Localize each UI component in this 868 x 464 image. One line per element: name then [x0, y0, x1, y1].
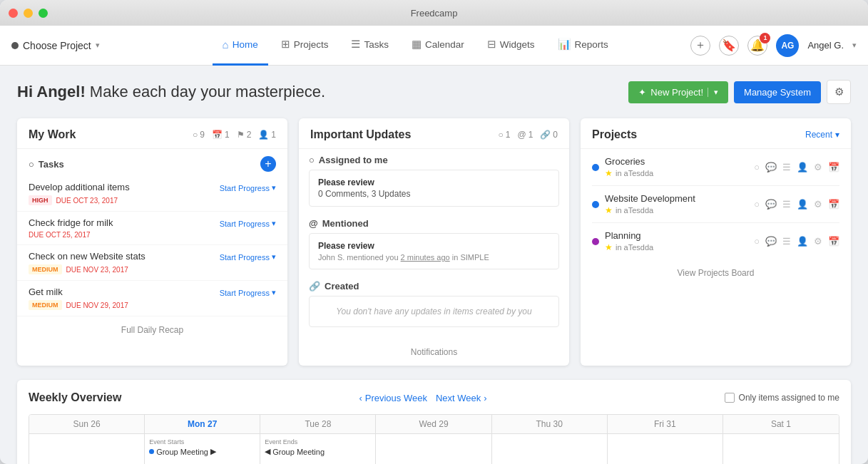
important-updates-card: Important Updates ○ 1 @ 1 🔗 0 ○ Assigned…	[299, 118, 569, 366]
mentioned-box-title: Please review	[318, 241, 550, 251]
my-work-header: My Work ○ 9 📅 1 ⚑ 2 👤 1	[17, 118, 287, 149]
nav-item-tasks[interactable]: ☰ Tasks	[341, 26, 399, 66]
calendar-action-icon[interactable]: 📅	[828, 162, 839, 172]
settings-action-icon[interactable]: ⚙	[814, 199, 822, 210]
nav-label-home: Home	[233, 39, 258, 50]
nav-item-reports[interactable]: 📊 Reports	[548, 26, 618, 66]
mentioned-title: @ Mentioned	[309, 212, 559, 233]
project-actions: ○ 💬 ☰ 👤 ⚙ 📅	[754, 199, 839, 210]
page-header: Hi Angel! Make each day your masterpiece…	[17, 80, 851, 104]
link-count: 🔗 0	[540, 130, 558, 140]
assigned-box: Please review 0 Comments, 3 Updates	[309, 170, 559, 207]
avatar[interactable]: AG	[776, 34, 799, 57]
new-project-button[interactable]: ✦ New Project! ▾	[628, 81, 728, 103]
start-progress-button[interactable]: Start Progress ▾	[220, 217, 276, 228]
calendar-action-icon[interactable]: 📅	[828, 236, 839, 247]
task-action-icon[interactable]: ○	[754, 236, 760, 247]
settings-action-icon[interactable]: ⚙	[814, 236, 822, 247]
manage-system-button[interactable]: Manage System	[734, 81, 821, 103]
settings-action-icon[interactable]: ⚙	[814, 162, 822, 172]
user-action-icon[interactable]: 👤	[797, 162, 808, 172]
list-action-icon[interactable]: ☰	[782, 236, 791, 247]
due-date: DUE NOV 23, 2017	[66, 266, 128, 274]
close-button[interactable]	[9, 9, 18, 18]
add-button[interactable]: ＋	[690, 36, 710, 56]
task-meta: DUE OCT 25, 2017	[29, 231, 220, 239]
weekly-col-mon: Mon 27 Event Starts Group Meeting ▶	[145, 415, 260, 464]
nav-right-actions: ＋ 🔖 🔔 1 AG Angel G. ▾	[690, 34, 857, 57]
user-action-icon[interactable]: 👤	[797, 236, 808, 247]
user-count: 👤 1	[258, 130, 276, 140]
weekly-grid: Sun 26 Mon 27 Event Starts Group Meeting…	[29, 414, 839, 464]
notifications-button[interactable]: 🔔 1	[747, 36, 767, 56]
user-action-icon[interactable]: 👤	[797, 199, 808, 210]
navbar: Choose Project ▾ ⌂ Home ⊞ Projects ☰ Tas…	[0, 26, 868, 66]
list-action-icon[interactable]: ☰	[782, 162, 791, 172]
recent-dropdown[interactable]: Recent ▾	[805, 130, 839, 140]
nav-item-calendar[interactable]: ▦ Calendar	[402, 26, 474, 66]
day-body-tue: Event Ends ◀ Group Meeting	[260, 434, 375, 464]
start-progress-button[interactable]: Start Progress ▾	[220, 287, 276, 297]
prev-week-button[interactable]: ‹ Previous Week	[359, 393, 427, 403]
window-controls	[9, 9, 48, 18]
mention-time-link[interactable]: 2 minutes ago	[401, 253, 450, 262]
nav-item-projects[interactable]: ⊞ Projects	[271, 26, 339, 66]
choose-project-button[interactable]: Choose Project ▾	[11, 40, 140, 51]
minimize-button[interactable]	[24, 9, 33, 18]
checkbox-icon[interactable]	[725, 393, 735, 403]
table-row: Check on new Website stats MEDIUM DUE NO…	[17, 245, 287, 281]
nav-item-widgets[interactable]: ⊟ Widgets	[477, 26, 545, 66]
task-info: Develop additional items HIGH DUE OCT 23…	[29, 182, 220, 205]
chevron-down-icon: ▾	[96, 41, 100, 50]
event-dot-icon	[149, 449, 154, 454]
task-action-icon[interactable]: ○	[754, 199, 760, 210]
add-task-button[interactable]: +	[260, 156, 276, 172]
task-info: Check on new Website stats MEDIUM DUE NO…	[29, 251, 220, 274]
maximize-button[interactable]	[39, 9, 48, 18]
calendar-icon: ▦	[412, 38, 422, 51]
bookmark-button[interactable]: 🔖	[719, 36, 739, 56]
created-title: 🔗 Created	[309, 275, 559, 296]
nav-label-tasks: Tasks	[364, 39, 389, 50]
weekly-title: Weekly Overview	[29, 391, 121, 404]
nav-item-home[interactable]: ⌂ Home	[213, 26, 268, 66]
day-body-sun	[29, 434, 144, 464]
project-actions: ○ 💬 ☰ 👤 ⚙ 📅	[754, 162, 839, 172]
comment-action-icon[interactable]: 💬	[765, 236, 777, 247]
full-daily-recap-link[interactable]: Full Daily Recap	[17, 316, 287, 344]
table-row: Get milk MEDIUM DUE NOV 29, 2017 Start P…	[17, 281, 287, 316]
task-action-icon[interactable]: ○	[754, 162, 760, 172]
start-progress-button[interactable]: Start Progress ▾	[220, 251, 276, 262]
assigned-title: ○ Assigned to me	[309, 149, 559, 170]
user-chevron-icon: ▾	[852, 41, 857, 50]
project-sub: ★ in aTesdda	[605, 168, 754, 178]
comment-action-icon[interactable]: 💬	[765, 162, 777, 172]
calendar-action-icon[interactable]: 📅	[828, 199, 839, 210]
circle-check-icon: ○	[29, 159, 34, 170]
project-color-dot	[592, 238, 599, 245]
start-progress-button[interactable]: Start Progress ▾	[220, 182, 276, 192]
tasks-section-title: ○ Tasks	[29, 159, 64, 170]
settings-button[interactable]: ⚙	[827, 80, 851, 104]
task-name: Develop additional items	[29, 182, 220, 192]
list-action-icon[interactable]: ☰	[782, 199, 791, 210]
event-label: Event Ends	[265, 438, 371, 445]
only-assigned-toggle[interactable]: Only items assigned to me	[725, 393, 839, 403]
home-icon: ⌂	[223, 38, 229, 51]
weekly-col-sat: Sat 1	[723, 415, 839, 464]
view-projects-board-link[interactable]: View Projects Board	[581, 259, 851, 287]
notifications-link[interactable]: Notifications	[299, 339, 569, 366]
my-work-body: ○ Tasks + Develop additional items HIGH …	[17, 149, 287, 316]
weekly-col-tue: Tue 28 Event Ends ◀ Group Meeting	[260, 415, 376, 464]
reports-icon: 📊	[558, 38, 571, 51]
created-section: 🔗 Created You don't have any updates in …	[309, 275, 559, 327]
comment-action-icon[interactable]: 💬	[765, 199, 777, 210]
star-icon: ★	[605, 242, 613, 252]
day-body-mon: Event Starts Group Meeting ▶	[145, 434, 260, 464]
task-name: Check on new Website stats	[29, 251, 220, 262]
greeting-bold: Hi Angel!	[17, 83, 86, 100]
project-name: Website Development	[605, 193, 754, 204]
next-week-button[interactable]: Next Week ›	[436, 393, 487, 403]
projects-title: Projects	[592, 128, 637, 141]
day-header-sat: Sat 1	[723, 415, 839, 434]
